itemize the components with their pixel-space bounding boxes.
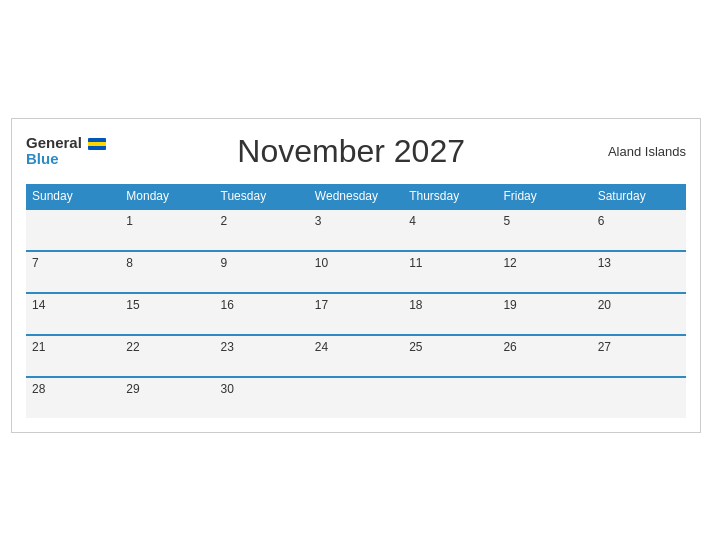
- calendar-day-cell: 16: [215, 293, 309, 335]
- calendar-day-cell: 5: [497, 209, 591, 251]
- calendar-day-cell: 3: [309, 209, 403, 251]
- calendar-day-cell: 30: [215, 377, 309, 418]
- weekday-header: Monday: [120, 184, 214, 209]
- calendar-day-cell: [497, 377, 591, 418]
- calendar-day-cell: 15: [120, 293, 214, 335]
- weekday-header-row: SundayMondayTuesdayWednesdayThursdayFrid…: [26, 184, 686, 209]
- weekday-header: Tuesday: [215, 184, 309, 209]
- calendar-day-cell: 10: [309, 251, 403, 293]
- logo-blue-text: Blue: [26, 150, 59, 167]
- calendar-day-cell: 2: [215, 209, 309, 251]
- calendar-day-cell: 4: [403, 209, 497, 251]
- logo-general-text: General: [26, 134, 82, 151]
- calendar-day-cell: 8: [120, 251, 214, 293]
- calendar-title: November 2027: [106, 133, 596, 170]
- calendar-container: General Blue November 2027 Aland Islands…: [11, 118, 701, 433]
- region-label: Aland Islands: [596, 144, 686, 159]
- calendar-day-cell: 29: [120, 377, 214, 418]
- calendar-day-cell: 27: [592, 335, 686, 377]
- logo-flag-icon: [88, 138, 106, 150]
- logo: General Blue: [26, 135, 106, 167]
- weekday-header: Friday: [497, 184, 591, 209]
- weekday-header: Wednesday: [309, 184, 403, 209]
- calendar-day-cell: 18: [403, 293, 497, 335]
- calendar-day-cell: [26, 209, 120, 251]
- calendar-week-row: 78910111213: [26, 251, 686, 293]
- calendar-thead: SundayMondayTuesdayWednesdayThursdayFrid…: [26, 184, 686, 209]
- calendar-day-cell: 26: [497, 335, 591, 377]
- calendar-day-cell: 28: [26, 377, 120, 418]
- calendar-day-cell: 25: [403, 335, 497, 377]
- calendar-day-cell: 6: [592, 209, 686, 251]
- calendar-day-cell: 19: [497, 293, 591, 335]
- calendar-day-cell: [592, 377, 686, 418]
- logo-top: General: [26, 135, 106, 151]
- calendar-day-cell: 22: [120, 335, 214, 377]
- calendar-week-row: 14151617181920: [26, 293, 686, 335]
- calendar-day-cell: 11: [403, 251, 497, 293]
- calendar-day-cell: 20: [592, 293, 686, 335]
- calendar-day-cell: 17: [309, 293, 403, 335]
- calendar-table: SundayMondayTuesdayWednesdayThursdayFrid…: [26, 184, 686, 418]
- calendar-day-cell: 13: [592, 251, 686, 293]
- weekday-header: Thursday: [403, 184, 497, 209]
- calendar-week-row: 123456: [26, 209, 686, 251]
- calendar-day-cell: 14: [26, 293, 120, 335]
- calendar-day-cell: [309, 377, 403, 418]
- weekday-header: Sunday: [26, 184, 120, 209]
- logo-bottom: Blue: [26, 151, 106, 167]
- calendar-day-cell: [403, 377, 497, 418]
- calendar-tbody: 1234567891011121314151617181920212223242…: [26, 209, 686, 418]
- calendar-day-cell: 9: [215, 251, 309, 293]
- calendar-day-cell: 23: [215, 335, 309, 377]
- calendar-day-cell: 24: [309, 335, 403, 377]
- calendar-week-row: 21222324252627: [26, 335, 686, 377]
- weekday-header: Saturday: [592, 184, 686, 209]
- calendar-week-row: 282930: [26, 377, 686, 418]
- calendar-header: General Blue November 2027 Aland Islands: [26, 129, 686, 174]
- calendar-day-cell: 21: [26, 335, 120, 377]
- calendar-day-cell: 1: [120, 209, 214, 251]
- calendar-day-cell: 12: [497, 251, 591, 293]
- calendar-day-cell: 7: [26, 251, 120, 293]
